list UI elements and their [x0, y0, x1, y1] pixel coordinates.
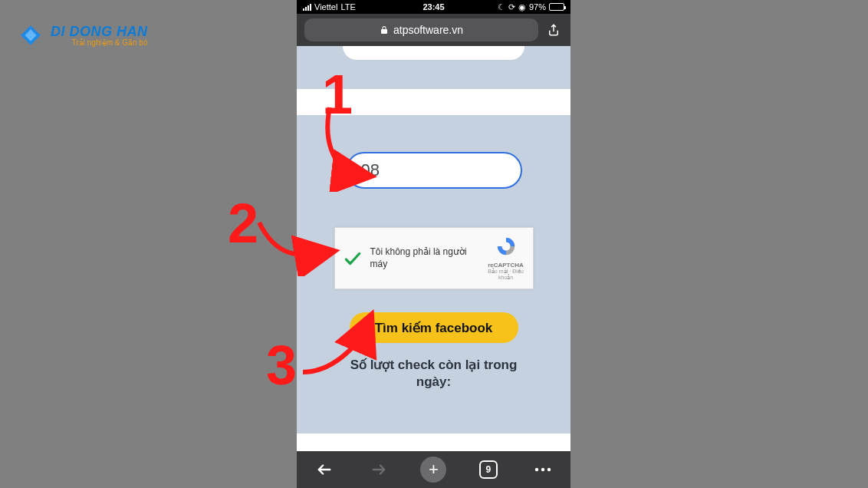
annotation-step-3: 3: [266, 334, 297, 397]
phone-number-value: 08: [361, 160, 380, 180]
battery-icon: [549, 3, 564, 11]
recaptcha-meta-links: Bảo mật · Điều khoản: [487, 269, 525, 281]
svg-point-4: [547, 468, 551, 471]
recaptcha-brand: reCAPTCHA: [487, 262, 525, 269]
watermark-title: DI DONG HAN: [51, 24, 148, 40]
annotation-step-2: 2: [228, 192, 258, 255]
search-facebook-button[interactable]: Tìm kiếm facebook: [350, 312, 518, 343]
status-bar: Viettel LTE 23:45 ☾ ⟳ ◉ 97%: [297, 0, 570, 14]
watermark-logo: DI DONG HAN Trải nghiệm & Gắn bó: [17, 21, 148, 49]
phone-frame: Viettel LTE 23:45 ☾ ⟳ ◉ 97% atpsoftware.…: [297, 0, 570, 488]
browser-bottom-toolbar: + 9: [297, 451, 570, 488]
watermark-subtitle: Trải nghiệm & Gắn bó: [51, 38, 148, 47]
orientation-lock-icon: ⟳: [508, 2, 515, 12]
menu-button[interactable]: [528, 454, 558, 485]
clock: 23:45: [422, 2, 444, 12]
network-label: LTE: [340, 2, 355, 12]
recaptcha-checkmark: [343, 249, 363, 269]
svg-point-3: [541, 468, 544, 471]
url-text: atpsoftware.vn: [393, 24, 463, 36]
recaptcha-badge: reCAPTCHA Bảo mật · Điều khoản: [487, 236, 525, 281]
forward-arrow-icon: [370, 461, 387, 478]
share-button[interactable]: [544, 21, 563, 39]
back-arrow-icon: [316, 461, 333, 478]
recaptcha-label: Tôi không phải là người máy: [370, 246, 479, 270]
diamond-icon: [17, 21, 44, 49]
moon-icon: ☾: [498, 2, 505, 12]
svg-point-2: [535, 468, 538, 471]
plus-icon: +: [420, 457, 446, 483]
ellipsis-icon: [534, 467, 551, 472]
back-button[interactable]: [309, 454, 340, 485]
browser-url-bar: atpsoftware.vn: [297, 14, 570, 46]
white-separator: [297, 89, 570, 115]
tab-count-badge: 9: [479, 460, 498, 479]
webpage-viewport: 08 Tôi không phải là người máy reCAPTCHA: [297, 46, 570, 451]
search-form-card: 08 Tôi không phải là người máy reCAPTCHA: [297, 115, 570, 434]
battery-pct: 97%: [529, 2, 546, 12]
page-top-band: [297, 46, 570, 89]
forward-button[interactable]: [363, 454, 394, 485]
lock-icon: [380, 25, 389, 35]
share-icon: [547, 23, 561, 37]
checkmark-icon: [343, 249, 363, 269]
carrier-label: Viettel: [314, 2, 337, 12]
tabs-button[interactable]: 9: [473, 454, 504, 485]
alarm-icon: ◉: [518, 2, 526, 12]
search-button-label: Tìm kiếm facebook: [375, 321, 493, 335]
recaptcha-widget[interactable]: Tôi không phải là người máy reCAPTCHA Bả…: [334, 227, 534, 289]
recaptcha-icon: [495, 236, 517, 257]
signal-icon: [303, 3, 311, 11]
top-pill: [343, 46, 524, 60]
remaining-checks-label: Số lượt check còn lại trong ngày:: [312, 357, 555, 391]
new-tab-button[interactable]: +: [418, 454, 449, 485]
phone-number-input[interactable]: 08: [346, 152, 522, 189]
url-field[interactable]: atpsoftware.vn: [304, 18, 538, 41]
